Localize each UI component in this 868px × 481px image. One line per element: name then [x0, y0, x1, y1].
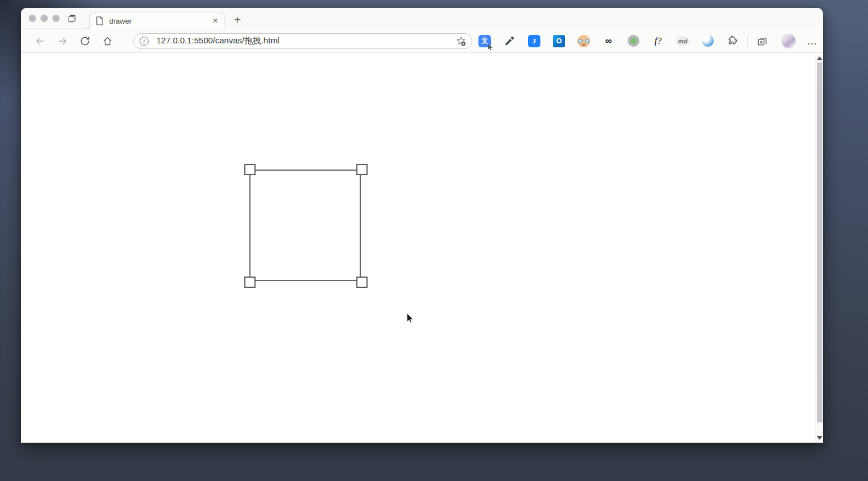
profile-avatar[interactable]: [781, 34, 796, 48]
outlook-icon: O: [553, 35, 565, 47]
home-icon: [102, 35, 113, 47]
sphere-icon: [702, 35, 714, 47]
resize-handle-bottom-right[interactable]: [356, 277, 368, 288]
scroll-down-button[interactable]: [817, 436, 822, 440]
cursor-overlay-icon: [488, 42, 493, 48]
fonts-icon: f?: [655, 36, 661, 46]
emoji-face-extension-button[interactable]: [571, 33, 596, 50]
puzzle-icon: [727, 35, 739, 47]
toolbar-separator: [747, 35, 748, 47]
scrollbar-thumb[interactable]: [817, 63, 822, 422]
color-picker-extension-button[interactable]: [497, 33, 522, 50]
tab-title: drawer: [109, 17, 212, 25]
back-button[interactable]: [29, 33, 51, 50]
infinity-icon: ∞: [605, 36, 612, 46]
tab-drawer[interactable]: drawer ×: [90, 12, 225, 29]
window-control-dot[interactable]: [41, 15, 48, 22]
extensions-row: 文 J O: [472, 33, 745, 50]
tab-strip: drawer × +: [21, 8, 823, 29]
face-icon: [578, 35, 590, 47]
url-text[interactable]: 127.0.0.1:5500/canvas/拖拽.html: [156, 35, 455, 46]
collections-button[interactable]: [750, 33, 775, 50]
page-canvas[interactable]: [21, 54, 815, 443]
resize-handle-bottom-left[interactable]: [244, 277, 256, 288]
vertical-scrollbar[interactable]: [815, 54, 823, 443]
drawn-rectangle[interactable]: [249, 170, 361, 281]
markdown-extension-button[interactable]: md: [670, 33, 695, 50]
outlook-extension-button[interactable]: O: [547, 33, 571, 50]
window-control-dot[interactable]: [52, 15, 60, 22]
toolbar: i 127.0.0.1:5500/canvas/拖拽.html 文: [21, 29, 823, 53]
markdown-icon: md: [676, 36, 690, 46]
collections-icon: [756, 35, 768, 47]
reload-icon: [79, 35, 91, 47]
tab-overview-icon[interactable]: [67, 14, 75, 23]
settings-more-button[interactable]: …: [803, 38, 822, 44]
translate-extension-button[interactable]: 文: [472, 33, 497, 50]
mouse-cursor: [406, 313, 414, 324]
infinity-extension-button[interactable]: ∞: [596, 33, 621, 50]
resize-handle-top-right[interactable]: [356, 164, 368, 175]
fonts-extension-button[interactable]: f?: [646, 33, 670, 50]
back-arrow-icon: [34, 35, 46, 47]
browser-window: drawer × + i: [21, 8, 823, 443]
forward-button[interactable]: [51, 33, 74, 50]
resize-handle-top-left[interactable]: [244, 164, 256, 175]
add-favorite-star-icon[interactable]: [455, 35, 467, 47]
scroll-up-button[interactable]: [817, 56, 822, 60]
green-dot-extension-button[interactable]: [621, 33, 646, 50]
site-info-icon[interactable]: i: [140, 37, 149, 46]
home-button[interactable]: [96, 33, 119, 50]
new-tab-button[interactable]: +: [230, 12, 245, 28]
juejin-extension-button[interactable]: J: [522, 33, 547, 50]
page-document-icon: [96, 16, 104, 25]
reload-button[interactable]: [74, 33, 96, 50]
tab-close-icon[interactable]: ×: [212, 17, 219, 25]
window-controls: [29, 15, 60, 22]
sphere-extension-button[interactable]: [695, 33, 720, 50]
forward-arrow-icon: [57, 35, 68, 47]
window-control-dot[interactable]: [29, 15, 36, 22]
address-bar[interactable]: i 127.0.0.1:5500/canvas/拖拽.html: [133, 33, 472, 49]
eyedropper-icon: [504, 35, 515, 47]
green-dot-icon: [628, 35, 639, 47]
juejin-icon: J: [528, 35, 540, 47]
extensions-menu-button[interactable]: [720, 33, 745, 50]
